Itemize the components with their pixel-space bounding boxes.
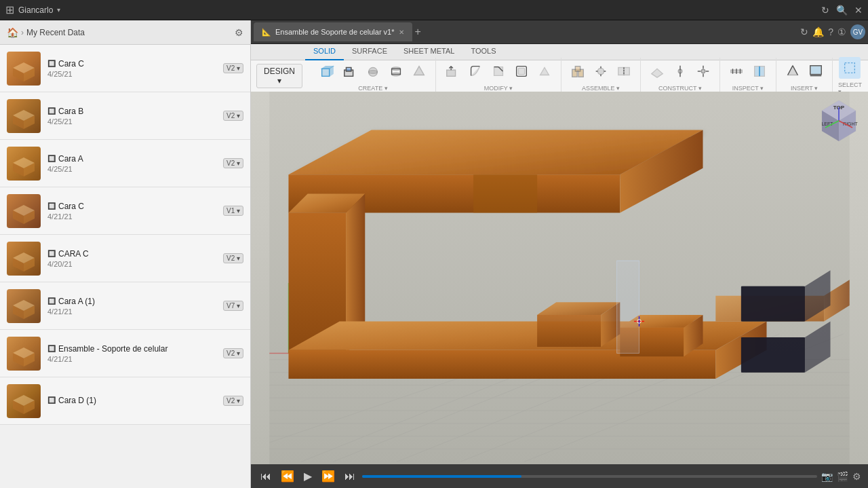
list-item-cara-c-1[interactable]: 🔲Cara C4/25/21V2 ▾ <box>0 45 250 92</box>
timeline-bar[interactable] <box>362 475 817 478</box>
fillet-button[interactable] <box>465 60 486 82</box>
version-button-cara-c-2[interactable]: V1 ▾ <box>223 206 243 216</box>
list-item-cara-c-upper[interactable]: 🔲CARA C4/20/21V2 ▾ <box>0 235 250 282</box>
item-info-ensamble: 🔲Ensamble - Soporte de celular4/21/21 <box>47 344 223 363</box>
list-item-cara-b[interactable]: 🔲Cara B4/25/21V2 ▾ <box>0 92 250 140</box>
insert-buttons <box>782 60 827 82</box>
title-bar-left: ⊞ Giancarlo ▾ <box>5 3 60 16</box>
version-button-ensamble[interactable]: V2 ▾ <box>223 348 243 358</box>
item-name-cara-c-1: 🔲Cara C <box>47 59 223 69</box>
draft-button[interactable] <box>534 60 555 82</box>
list-item-cara-c-2[interactable]: 🔲Cara C4/21/21V1 ▾ <box>0 187 250 235</box>
svg-marker-47 <box>540 68 549 75</box>
item-info-cara-c-upper: 🔲CARA C4/20/21 <box>47 249 223 268</box>
tab-help-icon[interactable]: ? <box>828 26 833 37</box>
user-dropdown-icon[interactable]: ▾ <box>57 6 60 14</box>
item-info-cara-a: 🔲Cara A4/25/21 <box>47 154 223 173</box>
sphere-button[interactable] <box>362 60 384 82</box>
thumbnail-cara-c-upper <box>7 242 41 276</box>
timeline <box>362 475 817 478</box>
user-name[interactable]: Giancarlo <box>18 5 53 15</box>
panel-list: 🔲Cara C4/25/21V2 ▾ 🔲Cara B4/25/21V2 ▾ 🔲C… <box>0 45 250 488</box>
list-item-cara-a[interactable]: 🔲Cara A4/25/21V2 ▾ <box>0 140 250 187</box>
svg-point-33 <box>369 71 378 74</box>
svg-rect-56 <box>618 68 624 75</box>
svg-rect-79 <box>845 63 855 73</box>
list-item-ensamble[interactable]: 🔲Ensamble - Soporte de celular4/21/21V2 … <box>0 330 250 377</box>
play-button[interactable]: ▶ <box>301 468 315 484</box>
playback-settings-icon[interactable]: ⚙ <box>852 471 861 482</box>
item-info-cara-a-1: 🔲Cara A (1)4/21/21 <box>47 297 223 316</box>
press-pull-button[interactable] <box>441 60 463 82</box>
svg-marker-73 <box>788 66 798 75</box>
home-icon[interactable]: 🏠 <box>7 27 18 38</box>
plane-button[interactable] <box>646 60 668 82</box>
axis-button[interactable] <box>669 60 691 82</box>
next-button[interactable]: ⏩ <box>319 468 338 484</box>
version-button-cara-c-1[interactable]: V2 ▾ <box>223 63 243 73</box>
select-box-button[interactable] <box>839 57 861 79</box>
chamfer-button[interactable] <box>488 60 509 82</box>
camera-icon-2[interactable]: 🎬 <box>837 471 848 482</box>
main-tab[interactable]: 📐 Ensamble de Soporte de celular v1* ✕ <box>254 22 412 41</box>
push-pull-button[interactable] <box>339 60 361 82</box>
search-icon[interactable]: 🔍 <box>836 5 848 16</box>
playback-icons: 📷 🎬 <box>821 471 848 482</box>
version-button-cara-a[interactable]: V2 ▾ <box>223 158 243 168</box>
nav-cube[interactable]: TOP LEFT RIGHT <box>815 97 863 145</box>
prev-button[interactable]: ⏪ <box>278 468 297 484</box>
list-item-cara-d-1[interactable]: 🔲Cara D (1)V2 ▾ <box>0 377 250 425</box>
skip-start-button[interactable]: ⏮ <box>258 469 274 484</box>
cylinder-button[interactable] <box>385 60 407 82</box>
section-analysis-button[interactable] <box>749 60 770 82</box>
refresh-icon[interactable]: ↻ <box>821 5 829 16</box>
title-bar: ⊞ Giancarlo ▾ ↻ 🔍 ✕ <box>0 0 868 20</box>
close-icon[interactable]: ✕ <box>854 5 863 16</box>
version-button-cara-d-1[interactable]: V2 ▾ <box>223 396 243 406</box>
point-button[interactable] <box>692 60 714 82</box>
item-right-cara-c-1: V2 ▾ <box>223 63 243 73</box>
component-button[interactable] <box>567 60 589 82</box>
main-area: 📐 Ensamble de Soporte de celular v1* ✕ +… <box>251 20 868 488</box>
tab-refresh-icon[interactable]: ↻ <box>800 26 808 37</box>
app-grid-icon[interactable]: ⊞ <box>5 3 14 16</box>
shell-button[interactable] <box>511 60 532 82</box>
tab-close-icon[interactable]: ✕ <box>399 29 404 36</box>
rigid-group-button[interactable] <box>613 60 635 82</box>
design-button[interactable]: DESIGN ▾ <box>256 64 302 88</box>
settings-icon[interactable]: ⚙ <box>235 27 243 38</box>
tab-info-icon[interactable]: ① <box>837 26 846 37</box>
item-date-cara-c-upper: 4/20/21 <box>47 260 223 268</box>
camera-icon-1[interactable]: 📷 <box>821 471 833 482</box>
item-date-cara-c-1: 4/25/21 <box>47 70 223 78</box>
create-section: CREATE ▾ <box>311 58 436 94</box>
viewport[interactable]: TOP LEFT RIGHT <box>251 92 868 464</box>
version-button-cara-a-1[interactable]: V7 ▾ <box>223 301 243 311</box>
svg-point-61 <box>678 69 682 73</box>
list-item-cara-a-1[interactable]: 🔲Cara A (1)4/21/21V7 ▾ <box>0 282 250 330</box>
tab-add-icon[interactable]: + <box>415 26 421 38</box>
item-name-cara-c-upper: 🔲CARA C <box>47 249 223 259</box>
svg-marker-42 <box>494 67 503 76</box>
svg-rect-46 <box>518 68 524 74</box>
tab-actions: ↻ 🔔 ? ① GV <box>800 24 865 39</box>
insert-mesh-button[interactable] <box>782 60 804 82</box>
joint-button[interactable] <box>590 60 612 82</box>
box-button[interactable] <box>316 60 338 82</box>
svg-marker-119 <box>537 315 601 347</box>
skip-end-button[interactable]: ⏭ <box>342 469 358 484</box>
tab-notifications-icon[interactable]: 🔔 <box>812 26 824 37</box>
item-date-cara-b: 4/25/21 <box>47 117 223 126</box>
item-date-cara-c-2: 4/21/21 <box>47 212 223 221</box>
assemble-label: ASSEMBLE ▾ <box>582 85 620 92</box>
user-avatar[interactable]: GV <box>850 24 865 39</box>
thumbnail-ensamble <box>7 337 41 371</box>
canvas-button[interactable] <box>805 60 827 82</box>
version-button-cara-c-upper[interactable]: V2 ▾ <box>223 253 243 263</box>
breadcrumb-location[interactable]: My Recent Data <box>26 28 85 37</box>
item-name-cara-a: 🔲Cara A <box>47 154 223 164</box>
version-button-cara-b[interactable]: V2 ▾ <box>223 111 243 121</box>
scene-3d-svg <box>251 92 868 464</box>
measure-button[interactable] <box>726 60 747 82</box>
loft-button[interactable] <box>408 60 430 82</box>
